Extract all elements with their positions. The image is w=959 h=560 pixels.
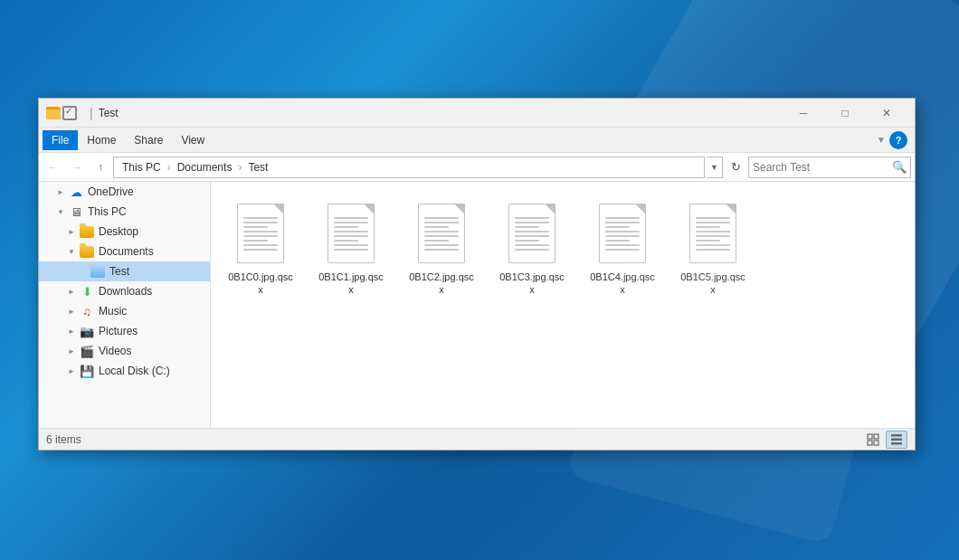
sidebar-item-this-pc[interactable]: ▼ 🖥 This PC xyxy=(39,202,210,222)
address-path[interactable]: This PC › Documents › Test xyxy=(113,157,705,178)
line xyxy=(243,249,278,251)
line xyxy=(424,235,459,237)
items-count: 6 items xyxy=(46,433,81,446)
menu-home[interactable]: Home xyxy=(78,130,125,150)
desktop-folder-icon xyxy=(79,224,95,239)
chevron-local-disk: ► xyxy=(68,367,79,375)
sidebar: ► ☁ OneDrive ▼ 🖥 This PC ► Deskt xyxy=(39,182,211,428)
search-icon[interactable]: 🔍 xyxy=(892,160,907,174)
content-area: ► ☁ OneDrive ▼ 🖥 This PC ► Deskt xyxy=(39,182,915,428)
sidebar-label-videos: Videos xyxy=(99,345,131,357)
up-button[interactable]: ↑ xyxy=(90,157,111,178)
file-item-3[interactable]: 0B1C3.jpg.qscx xyxy=(496,195,568,300)
svg-rect-2 xyxy=(868,441,872,445)
file-item-0[interactable]: 0B1C0.jpg.qscx xyxy=(224,195,297,300)
sidebar-item-desktop[interactable]: ► Desktop xyxy=(39,222,210,242)
file-page-0 xyxy=(237,204,284,263)
sidebar-item-music[interactable]: ► ♫ Music xyxy=(39,301,210,321)
file-item-1[interactable]: 0B1C1.jpg.qscx xyxy=(315,195,387,300)
line xyxy=(334,249,368,251)
menu-share[interactable]: Share xyxy=(125,130,172,150)
file-item-4[interactable]: 0B1C4.jpg.qscx xyxy=(586,195,659,300)
svg-rect-4 xyxy=(891,434,902,437)
line xyxy=(605,235,640,237)
sidebar-label-onedrive: OneDrive xyxy=(88,185,134,198)
help-button[interactable]: ? xyxy=(889,131,907,149)
line xyxy=(424,217,459,219)
file-icon-container-1 xyxy=(322,199,380,268)
view-buttons xyxy=(862,431,907,449)
sidebar-item-downloads[interactable]: ► ⬇ Downloads xyxy=(39,281,210,301)
sidebar-label-pictures: Pictures xyxy=(99,325,138,337)
svg-rect-0 xyxy=(868,434,872,439)
line xyxy=(515,231,549,233)
file-icon-container-4 xyxy=(593,199,651,268)
path-segment-pc[interactable]: This PC xyxy=(119,160,164,175)
line xyxy=(696,231,730,233)
path-segment-test[interactable]: Test xyxy=(245,160,271,175)
maximize-button[interactable]: □ xyxy=(824,99,866,128)
file-page-1 xyxy=(328,204,375,263)
path-sep-2: › xyxy=(238,161,242,174)
sidebar-label-test: Test xyxy=(109,265,129,278)
sidebar-label-this-pc: This PC xyxy=(88,205,127,218)
file-name-3: 0B1C3.jpg.qscx xyxy=(499,271,565,297)
sidebar-item-onedrive[interactable]: ► ☁ OneDrive xyxy=(39,182,210,202)
sidebar-item-documents[interactable]: ▼ Documents xyxy=(39,242,210,261)
title-icons xyxy=(46,106,77,120)
address-dropdown[interactable]: ▼ xyxy=(707,157,723,178)
file-icon-container-3 xyxy=(503,199,561,268)
line xyxy=(424,244,459,246)
grid-view-icon xyxy=(867,433,879,446)
folder-icon xyxy=(46,107,61,119)
svg-rect-6 xyxy=(891,442,902,445)
file-lines-0 xyxy=(243,217,278,251)
chevron-downloads: ► xyxy=(68,288,79,296)
sidebar-label-music: Music xyxy=(99,305,127,318)
file-item-2[interactable]: 0B1C2.jpg.qscx xyxy=(405,195,478,300)
sidebar-item-videos[interactable]: ► 🎬 Videos xyxy=(39,341,210,361)
sidebar-item-pictures[interactable]: ► 📷 Pictures xyxy=(39,321,210,341)
line xyxy=(696,235,730,237)
line xyxy=(605,226,630,228)
file-item-5[interactable]: 0B1C5.jpg.qscx xyxy=(677,195,749,300)
close-button[interactable]: ✕ xyxy=(866,99,907,128)
grid-view-button[interactable] xyxy=(862,431,884,449)
line xyxy=(515,244,549,246)
menu-expand-icon[interactable]: ▼ xyxy=(877,135,886,145)
search-input[interactable] xyxy=(753,161,892,174)
this-pc-icon: 🖥 xyxy=(68,204,84,219)
line xyxy=(243,231,278,233)
sidebar-item-test[interactable]: Test xyxy=(39,261,210,281)
line xyxy=(605,244,640,246)
sidebar-label-local-disk: Local Disk (C:) xyxy=(99,365,170,377)
sidebar-label-downloads: Downloads xyxy=(99,285,152,298)
line xyxy=(243,240,268,242)
line xyxy=(424,231,459,233)
file-name-4: 0B1C4.jpg.qscx xyxy=(590,271,655,297)
line xyxy=(243,222,278,223)
line xyxy=(515,249,549,251)
minimize-button[interactable]: ─ xyxy=(783,99,824,128)
menu-file[interactable]: File xyxy=(43,130,78,150)
chevron-documents: ▼ xyxy=(68,248,79,256)
file-lines-3 xyxy=(515,217,549,251)
line xyxy=(605,231,640,233)
file-icon-container-5 xyxy=(684,199,742,268)
sidebar-item-local-disk[interactable]: ► 💾 Local Disk (C:) xyxy=(39,361,210,381)
line xyxy=(424,222,459,223)
line xyxy=(334,226,358,228)
menu-bar: File Home Share View ▼ ? xyxy=(39,128,915,153)
path-segment-documents[interactable]: Documents xyxy=(175,160,235,175)
forward-button[interactable]: → xyxy=(66,157,88,178)
menu-view[interactable]: View xyxy=(172,130,214,150)
file-page-3 xyxy=(508,204,555,263)
file-page-2 xyxy=(418,204,465,263)
list-view-icon xyxy=(890,433,903,446)
line xyxy=(334,235,368,237)
line xyxy=(243,235,278,237)
refresh-button[interactable]: ↻ xyxy=(725,157,746,178)
line xyxy=(334,222,368,223)
list-view-button[interactable] xyxy=(886,431,907,449)
back-button[interactable]: ← xyxy=(43,157,64,178)
